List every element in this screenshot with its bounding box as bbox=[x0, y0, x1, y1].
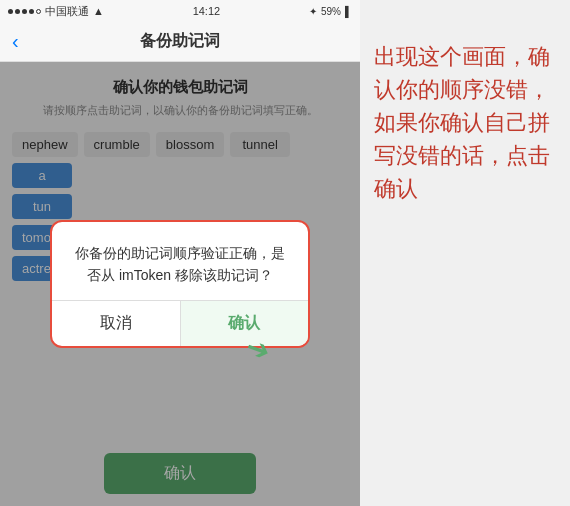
annotation-text: 出现这个画面，确认你的顺序没错，如果你确认自己拼写没错的话，点击确认 bbox=[374, 40, 556, 205]
signal-dot-3 bbox=[22, 9, 27, 14]
modal-backdrop: 你备份的助记词顺序验证正确，是否从 imToken 移除该助记词？ 取消 确认 … bbox=[0, 62, 360, 506]
modal-body: 你备份的助记词顺序验证正确，是否从 imToken 移除该助记词？ bbox=[52, 222, 308, 301]
annotation-area: 出现这个画面，确认你的顺序没错，如果你确认自己拼写没错的话，点击确认 bbox=[360, 0, 570, 506]
phone-screen: 中国联通 ▲ 14:12 ✦ 59% ▌ ‹ 备份助记词 确认你的钱包助记词 请… bbox=[0, 0, 360, 506]
battery-label: 59% bbox=[321, 6, 341, 17]
modal-text: 你备份的助记词顺序验证正确，是否从 imToken 移除该助记词？ bbox=[70, 242, 290, 287]
back-button[interactable]: ‹ bbox=[12, 30, 19, 53]
battery-icon: ▌ bbox=[345, 6, 352, 17]
nav-title: 备份助记词 bbox=[140, 31, 220, 52]
page-content: 确认你的钱包助记词 请按顺序点击助记词，以确认你的备份助记词填写正确。 neph… bbox=[0, 62, 360, 506]
carrier-label: 中国联通 bbox=[45, 4, 89, 19]
nav-bar: ‹ 备份助记词 bbox=[0, 22, 360, 62]
signal-dot-1 bbox=[8, 9, 13, 14]
bluetooth-icon: ✦ bbox=[309, 6, 317, 17]
signal-dot-5 bbox=[36, 9, 41, 14]
wifi-icon: ▲ bbox=[93, 5, 104, 17]
modal-ok-button[interactable]: 确认 bbox=[181, 301, 309, 346]
signal-dot-2 bbox=[15, 9, 20, 14]
modal-dialog: 你备份的助记词顺序验证正确，是否从 imToken 移除该助记词？ 取消 确认 bbox=[50, 220, 310, 349]
signal-dots bbox=[8, 9, 41, 14]
signal-dot-4 bbox=[29, 9, 34, 14]
status-right: ✦ 59% ▌ bbox=[309, 6, 352, 17]
modal-cancel-button[interactable]: 取消 bbox=[52, 301, 181, 346]
time-label: 14:12 bbox=[193, 5, 221, 17]
status-left: 中国联通 ▲ bbox=[8, 4, 104, 19]
status-bar: 中国联通 ▲ 14:12 ✦ 59% ▌ bbox=[0, 0, 360, 22]
modal-wrapper: 你备份的助记词顺序验证正确，是否从 imToken 移除该助记词？ 取消 确认 … bbox=[50, 220, 310, 349]
